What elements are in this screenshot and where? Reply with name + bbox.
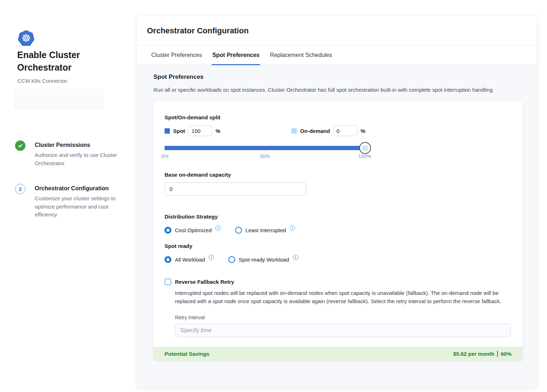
tick-label-100: 100% — [358, 153, 371, 159]
savings-separator — [497, 351, 498, 357]
connector-label: CCM K8s Connector: — [18, 78, 68, 84]
info-icon[interactable]: i — [215, 225, 221, 231]
panel-header: Orchestrator Configuration — [137, 16, 537, 46]
page-title: Orchestrator Configuration — [147, 26, 249, 35]
kubernetes-icon: ☸ — [18, 30, 34, 46]
reverse-fallback-description: Interrupted spot nodes will be replaced … — [175, 289, 508, 306]
reverse-fallback-label: Reverse Fallback Retry — [175, 279, 234, 285]
wizard-steps: Cluster Permissions Authorize and verify… — [15, 140, 126, 235]
step-description: Customize your cluster settings to optim… — [35, 195, 124, 219]
radio-all-workload[interactable]: All Workload i — [165, 256, 214, 263]
potential-savings-label: Potential Savings — [165, 351, 209, 357]
radio-spot-ready-workload[interactable]: Spot-ready Workload i — [228, 256, 298, 263]
on-demand-legend: On-demand % — [291, 125, 365, 136]
retry-interval-input[interactable] — [175, 324, 511, 337]
radio-icon — [228, 256, 235, 263]
info-icon[interactable]: i — [209, 255, 214, 260]
section-description: Run all or specific workloads on spot in… — [153, 87, 537, 93]
split-section: Spot/On-demand split Spot % On-demand — [165, 114, 365, 160]
split-label: Spot/On-demand split — [165, 114, 365, 120]
radio-icon — [235, 227, 242, 234]
radio-icon — [165, 256, 171, 263]
tick-mark-0 — [165, 150, 165, 153]
base-capacity-section: Base on-demand capacity — [165, 172, 512, 196]
savings-percent: 60% — [501, 351, 512, 357]
tick-mark-50 — [265, 150, 265, 153]
slider-ticks: 0% 50% 100% — [165, 153, 365, 160]
reverse-fallback-section: Reverse Fallback Retry Interrupted spot … — [165, 278, 512, 337]
split-slider-track[interactable] — [165, 146, 365, 150]
tab-cluster-preferences[interactable]: Cluster Preferences — [151, 46, 203, 65]
base-capacity-label: Base on-demand capacity — [165, 172, 512, 178]
connector-value-placeholder — [14, 89, 104, 109]
spot-ready-section: Spot ready All Workload i Spot-ready Wor… — [165, 243, 512, 263]
radio-cost-optimized[interactable]: Cost Optimized i — [165, 227, 221, 234]
spot-label: Spot — [173, 128, 185, 134]
on-demand-label: On-demand — [300, 128, 330, 134]
distribution-strategy-section: Distribution Strategy Cost Optimized i L… — [165, 214, 512, 234]
tab-bar: Cluster Preferences Spot Preferences Rep… — [137, 46, 537, 65]
page: ☸ Enable Cluster Orchestrator CCM K8s Co… — [0, 0, 547, 392]
tab-content: Spot Preferences Run all or specific wor… — [137, 65, 537, 388]
wizard-title: Enable Cluster Orchestrator — [17, 49, 107, 73]
step-orchestrator-configuration[interactable]: 2 Orchestrator Configuration Customize y… — [15, 184, 126, 219]
step-description: Authorize and verify to use Cluster Orch… — [35, 151, 124, 167]
tab-spot-preferences[interactable]: Spot Preferences — [211, 46, 260, 65]
spot-legend: Spot % — [165, 125, 220, 136]
radio-icon — [165, 227, 171, 234]
spot-swatch — [165, 128, 170, 134]
tick-label-50: 50% — [260, 153, 270, 159]
step-number-badge: 2 — [15, 184, 25, 194]
sidebar: ☸ Enable Cluster Orchestrator CCM K8s Co… — [0, 0, 137, 392]
info-icon[interactable]: i — [290, 225, 295, 231]
savings-amount: $5.62 per month — [453, 351, 494, 357]
spot-preferences-card: Spot/On-demand split Spot % On-demand — [153, 101, 523, 361]
info-icon[interactable]: i — [293, 255, 298, 260]
potential-savings-bar: Potential Savings $5.62 per month 60% — [153, 347, 523, 361]
step-title: Cluster Permissions — [35, 140, 124, 148]
tick-label-0: 0% — [161, 153, 168, 159]
main-panel: Orchestrator Configuration Cluster Prefe… — [137, 16, 537, 388]
radio-least-interrupted[interactable]: Least Interrupted i — [235, 227, 295, 234]
spot-ready-label: Spot ready — [165, 243, 512, 249]
slider-handle[interactable] — [359, 142, 371, 154]
on-demand-unit: % — [361, 128, 365, 134]
potential-savings-value: $5.62 per month 60% — [453, 351, 512, 357]
on-demand-percent-input[interactable] — [333, 125, 357, 136]
spot-percent-input[interactable] — [188, 125, 212, 136]
distribution-strategy-label: Distribution Strategy — [165, 214, 512, 220]
base-capacity-input[interactable] — [165, 182, 306, 196]
check-icon — [15, 140, 25, 151]
spot-unit: % — [215, 128, 220, 134]
section-title: Spot Preferences — [153, 73, 537, 81]
reverse-fallback-checkbox[interactable] — [165, 278, 171, 285]
step-title: Orchestrator Configuration — [35, 184, 124, 192]
retry-interval-label: Retry Interval — [175, 315, 512, 320]
step-cluster-permissions[interactable]: Cluster Permissions Authorize and verify… — [15, 140, 126, 167]
tab-replacement-schedules[interactable]: Replacement Schedules — [269, 46, 333, 65]
on-demand-swatch — [291, 128, 297, 134]
